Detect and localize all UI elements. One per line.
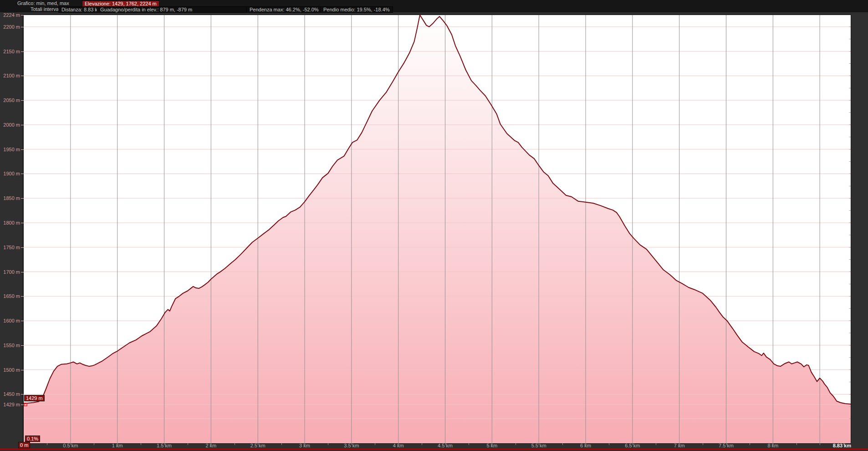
y-axis-label: 1800 m — [0, 220, 20, 226]
y-axis-label: 1500 m — [0, 367, 20, 373]
x-axis-minor-tick — [539, 443, 539, 445]
y-axis-tick — [21, 247, 24, 248]
y-axis-tick — [21, 223, 24, 223]
bottom-red-rule — [0, 448, 868, 450]
x-axis-minor-tick — [258, 443, 258, 445]
x-axis-minor-tick — [492, 443, 492, 445]
y-axis-tick — [21, 345, 24, 346]
elevation-stats-badge: Elevazione: 1429, 1762, 2224 m — [82, 0, 159, 7]
x-axis-minor-tick — [141, 443, 141, 445]
y-axis-tick — [21, 198, 24, 199]
y-axis-tick — [21, 394, 24, 395]
y-axis-label: 2224 m — [0, 12, 20, 18]
plot-right-border — [851, 15, 851, 443]
max-slope-stat: Pendenza max: 46.2%, -52.0% — [246, 6, 322, 13]
y-axis-tick — [21, 370, 24, 370]
elevation-area-fill — [24, 15, 851, 443]
x-axis-minor-tick — [773, 443, 773, 445]
start-grade-badge: 0.1% — [25, 436, 40, 442]
elevation-profile-page: Grafico: min, med, max Elevazione: 1429,… — [0, 0, 868, 451]
origin-distance-badge: 0 m — [18, 442, 30, 448]
x-axis-minor-tick — [164, 443, 165, 445]
x-axis-minor-tick — [562, 443, 563, 445]
y-axis-tick — [21, 296, 24, 297]
graph-stats-label: Grafico: min, med, max — [17, 0, 69, 6]
y-axis-label: 1950 m — [0, 147, 20, 152]
x-axis-minor-tick — [726, 443, 727, 445]
y-axis-tick — [21, 149, 24, 150]
y-axis-label: 2200 m — [0, 24, 20, 30]
x-axis-minor-tick — [750, 443, 750, 445]
elevation-profile-svg — [24, 15, 851, 443]
y-axis-tick — [21, 51, 24, 52]
x-axis-minor-tick — [820, 443, 820, 445]
header-row-graph: Grafico: min, med, max Elevazione: 1429,… — [0, 0, 868, 6]
x-axis-minor-tick — [188, 443, 188, 445]
y-axis-tick — [21, 272, 24, 272]
y-axis-label: 1900 m — [0, 171, 20, 176]
header-row-totals: Totali intervallo: Distanza: 8.83 km Gua… — [0, 6, 868, 12]
avg-slope-stat: Pendio medio: 19.5%, -18.4% — [320, 6, 393, 13]
y-axis-label: 1650 m — [0, 293, 20, 299]
plot-area — [24, 15, 851, 443]
x-axis-minor-tick — [375, 443, 375, 445]
y-axis-tick — [21, 15, 24, 15]
y-axis-label: 2150 m — [0, 49, 20, 54]
plot-top-border — [23, 15, 851, 15]
x-axis-minor-tick — [281, 443, 282, 445]
x-axis-minor-tick — [47, 443, 47, 445]
x-axis-minor-tick — [422, 443, 422, 445]
gain-loss-stat: Guadagno/perdita in elev.: 879 m, -879 m — [97, 6, 247, 13]
x-axis-minor-tick — [71, 443, 71, 445]
y-axis-label: 1550 m — [0, 343, 20, 348]
x-axis-minor-tick — [352, 443, 352, 445]
x-axis-minor-tick — [679, 443, 680, 445]
x-axis-minor-tick — [235, 443, 235, 445]
x-axis-minor-tick — [586, 443, 586, 445]
y-axis-label: 1450 m — [0, 391, 20, 397]
y-axis-label: 2050 m — [0, 97, 20, 103]
end-distance-label: 8.83 km — [833, 443, 851, 448]
x-axis-minor-tick — [797, 443, 797, 445]
x-axis-minor-tick — [469, 443, 469, 445]
y-axis-label: 1600 m — [0, 318, 20, 323]
y-axis-tick — [21, 125, 24, 125]
x-axis-minor-tick — [703, 443, 703, 445]
y-axis-label: 2100 m — [0, 73, 20, 78]
y-axis-tick — [21, 321, 24, 321]
x-axis-minor-tick — [633, 443, 633, 445]
x-axis-minor-tick — [211, 443, 211, 445]
header-bar: Grafico: min, med, max Elevazione: 1429,… — [0, 0, 868, 12]
x-axis-minor-tick — [305, 443, 305, 445]
x-axis-minor-tick — [445, 443, 446, 445]
y-axis-tick — [21, 27, 24, 27]
y-axis-label: 1700 m — [0, 269, 20, 275]
x-axis-minor-tick — [94, 443, 94, 445]
x-axis-minor-tick — [117, 443, 118, 445]
x-axis-minor-tick — [516, 443, 516, 445]
y-axis-label: 2000 m — [0, 122, 20, 128]
y-axis-tick — [21, 100, 24, 101]
x-axis-minor-tick — [609, 443, 609, 445]
y-axis-label: 1429 m — [0, 402, 20, 407]
y-axis-tick — [21, 405, 24, 405]
plot-left-border — [23, 15, 24, 443]
y-axis-tick — [21, 76, 24, 76]
x-axis-minor-tick — [656, 443, 656, 445]
x-axis-minor-tick — [398, 443, 399, 445]
y-axis-label: 1750 m — [0, 245, 20, 250]
x-axis-minor-tick — [328, 443, 328, 445]
start-elevation-badge: 1429 m — [24, 395, 45, 401]
y-axis-label: 1850 m — [0, 195, 20, 201]
y-axis-tick — [21, 174, 24, 174]
